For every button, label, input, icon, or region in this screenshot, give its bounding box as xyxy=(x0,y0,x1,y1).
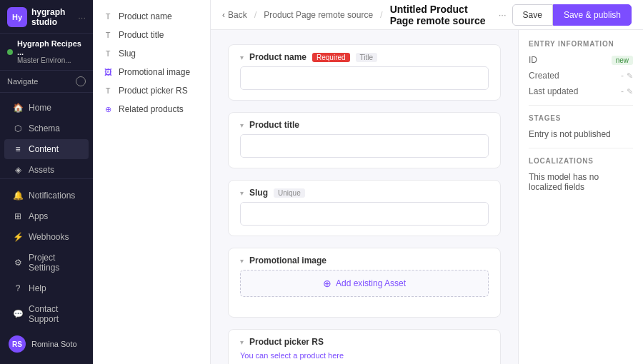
collapse-icon[interactable]: ▾ xyxy=(240,257,244,265)
save-button[interactable]: Save xyxy=(512,4,553,26)
sidebar-item-apps[interactable]: ⊞ Apps xyxy=(4,206,89,226)
collapse-icon[interactable]: ▾ xyxy=(240,121,244,129)
section-slug: ▾ Slug Unique xyxy=(228,180,501,236)
product-title-input[interactable] xyxy=(240,134,489,158)
created-edit-icon[interactable]: ✎ xyxy=(627,71,633,81)
user-name: Romina Soto xyxy=(31,340,77,348)
sidebar-item-content[interactable]: ≡ Content xyxy=(4,139,89,159)
sidebar: Hy hygraph studio ··· Hygraph Recipes ..… xyxy=(0,0,93,364)
promotional-image-input-wrap: ⊕ Add existing Asset xyxy=(229,270,500,317)
field-item-product-title[interactable]: T Product title xyxy=(93,26,210,44)
divider xyxy=(529,105,633,106)
section-product-name: ▾ Product name Required Title xyxy=(228,44,501,101)
sidebar-item-webhooks[interactable]: ⚡ Webhooks xyxy=(4,227,89,247)
webhooks-icon: ⚡ xyxy=(13,232,23,242)
env-status-dot xyxy=(7,49,13,55)
collapse-icon[interactable]: ▾ xyxy=(240,338,244,346)
project-settings-icon: ⚙ xyxy=(13,258,23,268)
breadcrumb: Product Page remote source xyxy=(264,10,373,20)
section-slug-header: ▾ Slug Unique xyxy=(229,181,500,202)
field-item-product-name[interactable]: T Product name xyxy=(93,7,210,26)
schema-icon: ⬡ xyxy=(13,123,23,133)
stages-title: STAGES xyxy=(529,114,633,122)
avatar: RS xyxy=(9,335,26,353)
topbar-more-icon[interactable]: ··· xyxy=(499,9,507,20)
save-button-group: Save Save & publish xyxy=(512,4,632,26)
sidebar-item-notifications[interactable]: 🔔 Notifications xyxy=(4,186,89,206)
logo-icon: Hy xyxy=(7,7,27,27)
product-name-input-wrap xyxy=(229,66,500,100)
field-icon-image: 🖼 xyxy=(103,67,113,77)
sidebar-item-help[interactable]: ? Help xyxy=(4,278,89,298)
content-icon: ≡ xyxy=(13,144,23,154)
collapse-icon[interactable]: ▾ xyxy=(240,54,244,61)
main-content: ‹ Back / Product Page remote source / Un… xyxy=(211,0,643,364)
sidebar-item-schema[interactable]: ⬡ Schema xyxy=(4,118,89,138)
product-picker-link[interactable]: You can select a product here xyxy=(229,351,500,364)
sidebar-item-project-settings[interactable]: ⚙ Project Settings xyxy=(4,248,89,278)
field-icon-text: T xyxy=(103,30,113,40)
breadcrumb-separator: / xyxy=(254,9,257,20)
content-area: ▾ Product name Required Title ▾ Product … xyxy=(211,30,643,364)
section-product-title: ▾ Product title xyxy=(228,112,501,168)
field-icon-text: T xyxy=(103,86,113,96)
entry-id-row: ID new xyxy=(529,55,633,65)
new-badge: new xyxy=(612,56,633,65)
sidebar-bottom: 🔔 Notifications ⊞ Apps ⚡ Webhooks ⚙ Proj… xyxy=(0,178,93,364)
last-updated-edit-icon[interactable]: ✎ xyxy=(627,87,633,96)
stage-status: Entry is not published xyxy=(529,129,633,139)
navigate-button[interactable]: Navigate xyxy=(0,71,93,93)
sidebar-env[interactable]: Hygraph Recipes ... Master Environ... xyxy=(0,34,93,71)
field-icon-related: ⊕ xyxy=(103,104,113,114)
back-chevron-icon: ‹ xyxy=(222,10,225,20)
notifications-icon: 🔔 xyxy=(13,191,23,201)
add-asset-button[interactable]: ⊕ Add existing Asset xyxy=(240,270,489,297)
field-icon-text: T xyxy=(103,49,113,59)
sidebar-item-contact[interactable]: 💬 Contact Support xyxy=(4,299,89,329)
section-product-name-header: ▾ Product name Required Title xyxy=(229,45,500,66)
topbar: ‹ Back / Product Page remote source / Un… xyxy=(211,0,643,30)
field-item-promotional-image[interactable]: 🖼 Promotional image xyxy=(93,63,210,81)
last-updated-dash: - xyxy=(621,86,624,96)
page-title: Untitled Product Page remote source xyxy=(390,4,490,26)
slug-input-wrap xyxy=(229,202,500,236)
collapse-icon[interactable]: ▾ xyxy=(240,189,244,197)
sidebar-item-home[interactable]: 🏠 Home xyxy=(4,98,89,118)
section-product-title-header: ▾ Product title xyxy=(229,113,500,134)
form-area: ▾ Product name Required Title ▾ Product … xyxy=(211,30,518,364)
back-button[interactable]: ‹ Back xyxy=(222,10,247,20)
sidebar-nav-items: 🏠 Home ⬡ Schema ≡ Content ◈ Assets ▷ API… xyxy=(0,93,93,178)
entry-last-updated-row: Last updated - ✎ xyxy=(529,86,633,96)
slug-input[interactable] xyxy=(240,202,489,226)
entry-info-title: ENTRY INFORMATION xyxy=(529,40,633,48)
field-icon-text: T xyxy=(103,11,113,21)
logo-text: hygraph studio xyxy=(31,7,74,27)
assets-icon: ◈ xyxy=(13,165,23,175)
section-product-picker-header: ▾ Product picker RS xyxy=(229,330,500,351)
field-item-related-products[interactable]: ⊕ Related products xyxy=(93,100,210,118)
section-promotional-image-header: ▾ Promotional image xyxy=(229,248,500,270)
env-sub: Master Environ... xyxy=(17,56,86,64)
apps-icon: ⊞ xyxy=(13,211,23,221)
contact-icon: 💬 xyxy=(13,309,23,319)
add-asset-icon: ⊕ xyxy=(323,278,332,289)
created-dash: - xyxy=(621,71,624,81)
product-name-input[interactable] xyxy=(240,66,489,90)
navigate-icon xyxy=(76,76,86,86)
entry-created-row: Created - ✎ xyxy=(529,71,633,81)
field-item-slug[interactable]: T Slug xyxy=(93,44,210,63)
right-panel: ENTRY INFORMATION ID new Created - ✎ Las… xyxy=(518,30,643,364)
user-profile[interactable]: RS Romina Soto xyxy=(0,330,93,358)
field-item-product-picker[interactable]: T Product picker RS xyxy=(93,81,210,100)
fields-panel: T Product name T Product title T Slug 🖼 … xyxy=(93,0,211,364)
section-promotional-image: ▾ Promotional image ⊕ Add existing Asset xyxy=(228,248,501,318)
divider2 xyxy=(529,148,633,148)
fields-list: T Product name T Product title T Slug 🖼 … xyxy=(93,0,210,364)
help-icon: ? xyxy=(13,283,23,293)
sidebar-item-assets[interactable]: ◈ Assets xyxy=(4,160,89,178)
localizations-title: LOCALIZATIONS xyxy=(529,157,633,165)
publish-button[interactable]: Save & publish xyxy=(553,4,632,26)
logo-dots[interactable]: ··· xyxy=(78,12,86,23)
home-icon: 🏠 xyxy=(13,103,23,113)
sidebar-logo: Hy hygraph studio ··· xyxy=(0,0,93,34)
